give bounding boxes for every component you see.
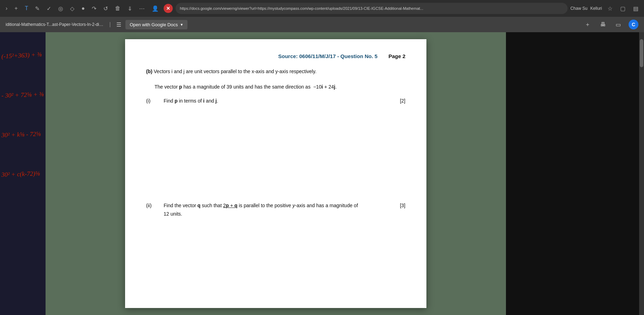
print-button[interactable]: 🖶 [598, 20, 608, 29]
forward-button[interactable]: + [12, 4, 20, 13]
pdf-source-title: Source: 0606/11/M/J/17 - Question No. 5 [267, 53, 389, 59]
open-with-google-docs-button[interactable]: Open with Google Docs ▼ [125, 20, 187, 29]
docs-filename: iditional-Mathematics-T...ast-Paper-Vect… [6, 22, 104, 27]
docs-toolbar: iditional-Mathematics-T...ast-Paper-Vect… [0, 17, 644, 32]
target-button[interactable]: ◎ [56, 4, 65, 13]
divider: | [109, 21, 111, 28]
more-button[interactable]: ⋯ [137, 4, 147, 13]
open-with-label: Open with Google Docs [130, 22, 178, 27]
marks-i: [2] [395, 97, 405, 105]
user-button[interactable]: 👤 [150, 4, 161, 13]
diamond-button[interactable]: ◇ [68, 4, 76, 13]
marks-ii-top: [3] [395, 202, 405, 210]
handwriting-line4: 30² + c(k-72)⅝ [1, 170, 44, 178]
scrollbar-thumb[interactable] [640, 39, 643, 67]
question-ii: (ii) Find the vector q such that 2p + q … [146, 202, 405, 218]
handwriting-line3: 30² + k⅝ - 72⅝ [1, 130, 44, 139]
right-icons: Kelluri ☆ ▢ ▤ [590, 4, 640, 13]
part-b-text2: The vector p has a magnitude of 39 units… [155, 84, 337, 90]
question-ii-text-cont: 12 units. [164, 211, 182, 217]
pdf-header: Source: 0606/11/M/J/17 - Question No. 5 … [146, 53, 405, 59]
tab-view-button[interactable]: ▢ [618, 4, 628, 13]
question-ii-text-container: Find the vector q such that 2p + q is pa… [164, 202, 395, 218]
question-i: (i) Find p in terms of i and j. [2] [146, 97, 405, 105]
user-name: Chaw Su [570, 6, 588, 11]
pdf-document: Source: 0606/11/M/J/17 - Question No. 5 … [125, 39, 426, 308]
part-b-text: Vectors i and j are unit vectors paralle… [154, 69, 316, 74]
text-tool-button[interactable]: T [23, 4, 30, 13]
pdf-body: (b) Vectors i and j are unit vectors par… [146, 68, 405, 218]
download-button[interactable]: ⇓ [125, 4, 134, 13]
check-button[interactable]: ✓ [44, 4, 53, 13]
part-b-text2-container: The vector p has a magnitude of 39 units… [155, 83, 405, 91]
right-user: Kelluri [590, 6, 602, 11]
circle-button[interactable]: ● [79, 4, 87, 13]
pdf-panel: Source: 0606/11/M/J/17 - Question No. 5 … [46, 32, 506, 315]
dropdown-arrow-icon: ▼ [180, 23, 183, 27]
toolbar: › + T ✎ ✓ ◎ ◇ ● ↷ ↺ 🗑 ⇓ ⋯ 👤 ✕ https://do… [0, 0, 644, 17]
url-text: https://docs.google.com/viewerng/viewer?… [180, 6, 423, 10]
pdf-page-number: Page 2 [389, 53, 405, 59]
browser-chrome: › + T ✎ ✓ ◎ ◇ ● ↷ ↺ 🗑 ⇓ ⋯ 👤 ✕ https://do… [0, 0, 644, 17]
question-i-text: Find p in terms of i and j. [164, 97, 395, 105]
trash-button[interactable]: 🗑 [113, 4, 123, 13]
handwriting-line2: - 30² + 72⅝ + ⅜ [1, 91, 44, 99]
question-ii-text: Find the vector q such that 2p + q is pa… [164, 203, 358, 208]
profile-avatar[interactable]: C [629, 20, 638, 29]
close-tab-button[interactable]: ✕ [164, 4, 173, 13]
sidebar-button[interactable]: ▤ [631, 4, 640, 13]
fullscreen-button[interactable]: ▭ [614, 20, 623, 29]
main-content: (-15²+363) + ⅜ - 30² + 72⅝ + ⅜ 30² + k⅝ … [0, 32, 644, 315]
bookmark-button[interactable]: ☆ [605, 4, 615, 13]
redo-button[interactable]: ↺ [101, 4, 110, 13]
undo-button[interactable]: ↷ [90, 4, 98, 13]
part-b-label: (b) [146, 69, 152, 74]
back-button[interactable]: › [4, 4, 9, 13]
part-b: (b) Vectors i and j are unit vectors par… [146, 68, 405, 76]
user-info: Chaw Su [570, 6, 588, 11]
right-panel [506, 32, 639, 315]
handwriting-line1: (-15²+363) + ⅜ [1, 51, 44, 60]
zoom-button[interactable]: ＋ [583, 20, 592, 30]
question-ii-num: (ii) [146, 202, 164, 210]
answer-space-i [146, 105, 405, 196]
menu-icon: ☰ [116, 21, 121, 28]
docs-right-icons: ＋ 🖶 ▭ C [583, 20, 638, 30]
address-bar[interactable]: https://docs.google.com/viewerng/viewer?… [176, 3, 568, 14]
question-i-num: (i) [146, 97, 164, 105]
edit-button[interactable]: ✎ [33, 4, 42, 13]
scrollbar[interactable] [639, 32, 644, 315]
notes-panel: (-15²+363) + ⅜ - 30² + 72⅝ + ⅜ 30² + k⅝ … [0, 32, 46, 315]
